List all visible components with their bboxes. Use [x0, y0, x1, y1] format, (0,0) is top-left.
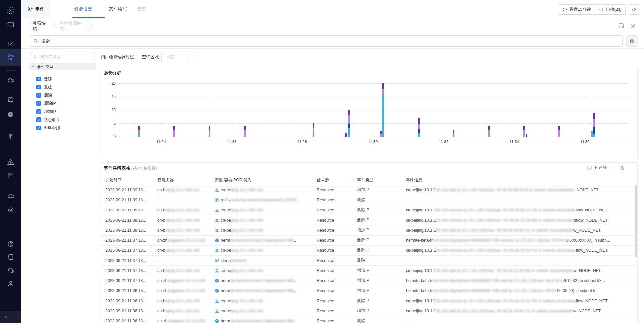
checkbox-checked[interactable]: [36, 117, 41, 122]
tab-resource-change[interactable]: 资源变更: [74, 0, 92, 18]
cell-resource: cn-beijing 10.1.183.142: [211, 185, 313, 195]
table-row[interactable]: 2023-09-21 11:36:18...cn-zhangjiakou 10.…: [101, 286, 637, 296]
network-globe-icon[interactable]: [0, 108, 21, 121]
y-axis-tick-label: 20: [105, 81, 116, 86]
settings-gear-icon[interactable]: [0, 203, 21, 216]
report-list-icon[interactable]: [0, 169, 21, 182]
table-row[interactable]: 2023-09-21 11:39:18...cn-beijing 10.1.18…: [101, 205, 637, 215]
collapse-filter-icon: [101, 55, 106, 60]
deepflow-logo-icon[interactable]: [0, 4, 21, 17]
refresh-button[interactable]: [629, 4, 639, 15]
search-input[interactable]: 搜索: [29, 35, 623, 47]
column-header[interactable]: 资源-容器 POD 优先: [211, 175, 313, 185]
cell-event-type: 增加IP: [353, 265, 402, 276]
x-axis-tick-label: 11:28: [292, 140, 312, 144]
filter-group-event-type[interactable]: 事件类型: [29, 63, 96, 70]
column-divider[interactable]: [313, 178, 313, 182]
close-icon[interactable]: ✕: [4, 314, 8, 320]
cell-cloud-server: cn-beijing 10.1.183.140: [154, 245, 211, 255]
table-row[interactable]: 2023-09-21 11:39:18...cn-beijing 10.1.18…: [101, 185, 637, 195]
checkbox-checked[interactable]: [36, 101, 41, 106]
cell-cloud-server: --: [154, 195, 211, 205]
snapshot-select[interactable]: 搜索快照 查询搜索快照: [29, 21, 92, 31]
help-circle-icon[interactable]: [0, 237, 21, 250]
checkbox-checked[interactable]: [36, 109, 41, 114]
gear-icon[interactable]: [629, 22, 636, 29]
chart-bar: [173, 126, 175, 137]
column-header[interactable]: 事件信息: [402, 175, 635, 185]
column-header[interactable]: 信号源: [313, 175, 353, 185]
cell-event-info: hermite-beta-front-test1-deployment-66b8…: [402, 286, 635, 296]
knowledge-book-icon[interactable]: [0, 250, 21, 263]
chart-bar-segment-sky: [348, 128, 350, 137]
filter-item-label: 删除IP: [44, 101, 56, 106]
chart-bar-segment-sky: [453, 133, 454, 137]
cell-cloud-server: cn-beijing 10.1.183.142: [154, 205, 211, 215]
table-row[interactable]: 2023-09-21 11:36:18...cn-beijing 10.1.18…: [101, 296, 637, 306]
table-row-count: (共 89 条数据): [131, 166, 157, 170]
dashboard-gauge-icon[interactable]: [0, 37, 21, 50]
column-divider[interactable]: [154, 178, 154, 182]
filter-checkbox-item[interactable]: 增加IP: [36, 109, 56, 114]
column-divider[interactable]: [402, 178, 402, 182]
flow-cube-icon[interactable]: [0, 74, 21, 87]
cloud-icon[interactable]: [0, 189, 21, 202]
checkbox-checked[interactable]: [36, 77, 41, 81]
filter-checkbox-item[interactable]: 创建/同步: [36, 125, 61, 131]
filter-checkbox-item[interactable]: 删除IP: [36, 101, 56, 106]
collapse-quick-filter-button[interactable]: 收起快速过滤: [101, 53, 134, 61]
auto-refresh-button[interactable]: 自动(2s): [595, 5, 625, 14]
alarm-triangle-icon[interactable]: [0, 155, 21, 168]
filter-search-input[interactable]: 查找过滤项: [29, 52, 96, 61]
checkbox-checked[interactable]: [36, 85, 41, 89]
table-row[interactable]: 2023-09-21 11:37:18...cn-beijing 10.1.18…: [101, 245, 637, 256]
column-select-button[interactable]: 列选择: [587, 165, 613, 170]
filter-checkbox-item[interactable]: 重建: [36, 84, 52, 90]
tab-file-readwrite[interactable]: 文件读写: [109, 0, 127, 18]
user-profile-icon[interactable]: [0, 277, 21, 290]
support-headset-icon[interactable]: [0, 263, 21, 276]
table-row[interactable]: 2023-09-21 11:37:18...--sleep (deleted)R…: [101, 255, 637, 266]
column-header[interactable]: 云服务器: [154, 175, 211, 185]
column-divider[interactable]: [353, 178, 354, 182]
table-row[interactable]: 2023-09-21 11:39:18...--redis,redis-ha-s…: [101, 195, 637, 205]
add-icon[interactable]: ＋: [15, 314, 20, 320]
y-axis-tick-label: 0: [105, 134, 116, 139]
table-row[interactable]: 2023-09-21 11:36:18...cn-zhangjiakou 10.…: [101, 316, 637, 323]
x-axis-tick-label: 11:30: [363, 140, 383, 144]
import-button[interactable]: [626, 35, 638, 47]
table-row[interactable]: 2023-09-21 11:37:18...cn-zhangjiakou 10.…: [101, 276, 637, 286]
filter-checkbox-item[interactable]: 删除: [36, 92, 52, 98]
sidebar-item-events-active[interactable]: [0, 49, 21, 66]
chart-bar-segment-navy: [418, 129, 420, 133]
table-row[interactable]: 2023-09-21 11:37:18...cn-beijing 10.1.18…: [101, 265, 637, 276]
filter-checkbox-item[interactable]: 迁移: [36, 76, 52, 82]
tab-alert[interactable]: 告警: [137, 0, 146, 18]
table-row[interactable]: 2023-09-21 11:37:18...cn-zhangjiakou 10.…: [101, 235, 637, 246]
column-header[interactable]: 事件类型: [353, 175, 402, 185]
module-events[interactable]: 事件: [21, 0, 50, 18]
x-axis-tick-label: 11:32: [434, 140, 453, 144]
cell-event-info: cn-beijing.10.1.183.140 remove ip 10.1.1…: [402, 296, 635, 306]
query-region-select[interactable]: 全部: [161, 52, 194, 62]
chart-bar-segment-plum: [209, 130, 210, 137]
table-row[interactable]: 2023-09-21 11:36:18...cn-beijing 10.1.18…: [101, 306, 637, 316]
chart-bar-segment-sky: [591, 131, 593, 137]
table-row[interactable]: 2023-09-21 11:38:18...cn-beijing 10.1.18…: [101, 225, 637, 236]
column-header[interactable]: 开始时间: [101, 175, 154, 185]
screen-cast-icon[interactable]: [0, 18, 21, 31]
table-scrollbar-thumb[interactable]: [635, 185, 637, 257]
topology-cube-icon[interactable]: [0, 129, 21, 142]
x-axis-tick-mark: [514, 137, 515, 138]
checkbox-checked[interactable]: [36, 93, 41, 98]
cell-resource: redis,redis-ha-sentinel.deepservice.2637…: [211, 195, 313, 205]
column-divider[interactable]: [211, 178, 211, 182]
save-icon[interactable]: [618, 22, 624, 29]
filter-checkbox-item[interactable]: 状态改变: [36, 117, 60, 123]
table-row[interactable]: 2023-09-21 11:38:18...cn-beijing 10.1.18…: [101, 215, 637, 225]
package-box-icon[interactable]: [0, 93, 21, 106]
y-axis-tick-label: 10: [105, 108, 116, 112]
checkbox-checked[interactable]: [36, 126, 41, 130]
time-range-button[interactable]: 最近15分钟: [558, 5, 595, 14]
table-gear-icon[interactable]: [619, 165, 625, 171]
